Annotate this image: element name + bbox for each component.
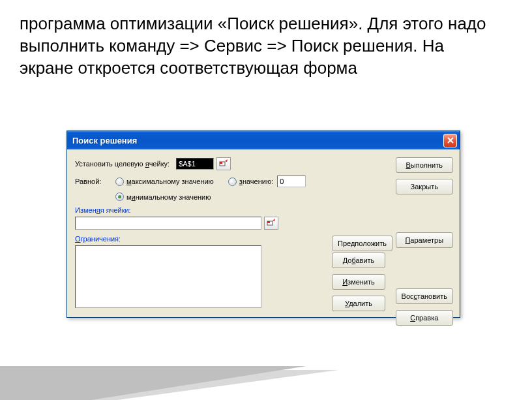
params-button[interactable]: Параметры — [396, 232, 453, 248]
help-button[interactable]: Справка — [396, 310, 453, 326]
change-button[interactable]: Изменить — [332, 274, 385, 290]
radio-icon — [115, 177, 124, 186]
radio-value-label: значению: — [239, 177, 273, 185]
radio-min-label: минимальному значению — [126, 193, 211, 201]
slide-text: программа оптимизации «Поиск решения». Д… — [0, 0, 532, 85]
svg-rect-3 — [267, 221, 270, 223]
dialog-title: Поиск решения — [72, 136, 443, 146]
radio-min[interactable]: минимальному значению — [115, 192, 211, 201]
close-button[interactable] — [443, 134, 457, 147]
changing-cells-input[interactable] — [75, 217, 261, 230]
target-cell-input[interactable] — [176, 158, 214, 170]
equal-label: Равной: — [75, 177, 109, 185]
changing-ref-button[interactable] — [264, 217, 278, 230]
target-cell-label: Установить целевую ячейку: — [75, 160, 170, 168]
execute-button[interactable]: Выполнить — [396, 157, 453, 173]
ref-icon — [267, 219, 276, 228]
ref-icon — [219, 159, 228, 168]
radio-icon — [228, 177, 237, 186]
solver-dialog: Поиск решения Установить целевую ячейку:… — [66, 131, 460, 318]
radio-icon — [115, 192, 124, 201]
add-button[interactable]: Добавить — [332, 253, 385, 268]
guess-button[interactable]: Предположить — [332, 236, 392, 251]
radio-max-label: максимальному значению — [126, 177, 214, 185]
delete-button[interactable]: Удалить — [332, 296, 385, 311]
radio-max[interactable]: максимальному значению — [115, 177, 214, 186]
value-input[interactable] — [277, 176, 306, 187]
slide-accent-graphic — [0, 361, 532, 400]
constraints-listbox[interactable] — [75, 245, 261, 308]
close-dialog-button[interactable]: Закрыть — [396, 179, 453, 194]
radio-value[interactable]: значению: — [228, 177, 273, 186]
target-ref-button[interactable] — [216, 157, 231, 170]
svg-rect-1 — [220, 162, 222, 164]
close-icon — [447, 137, 454, 144]
restore-button[interactable]: Восстановить — [396, 288, 453, 304]
titlebar: Поиск решения — [67, 131, 460, 149]
